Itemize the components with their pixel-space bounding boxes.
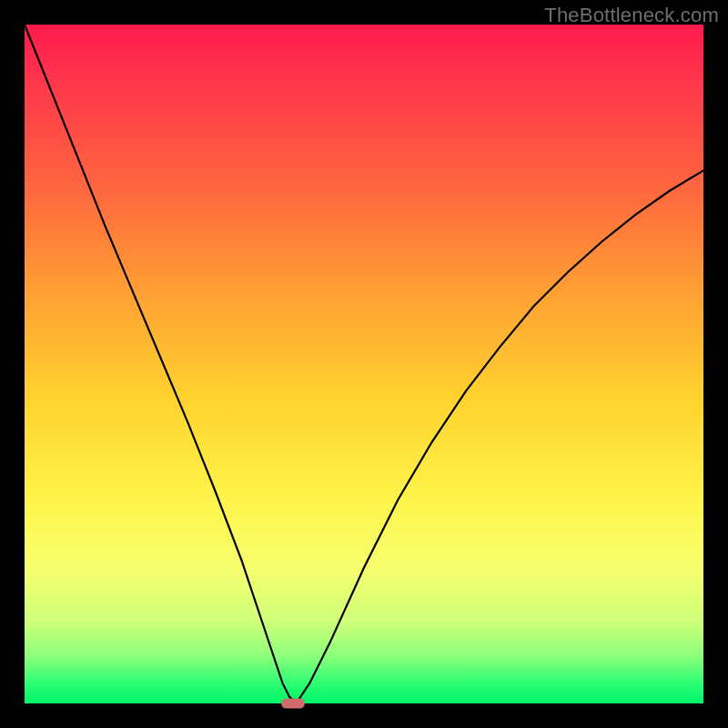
valley-marker xyxy=(281,699,305,709)
bottleneck-curve xyxy=(25,25,703,703)
curve-layer xyxy=(25,25,703,703)
plot-area xyxy=(25,25,703,703)
chart-frame: TheBottleneck.com xyxy=(0,0,728,728)
watermark-text: TheBottleneck.com xyxy=(544,4,719,27)
